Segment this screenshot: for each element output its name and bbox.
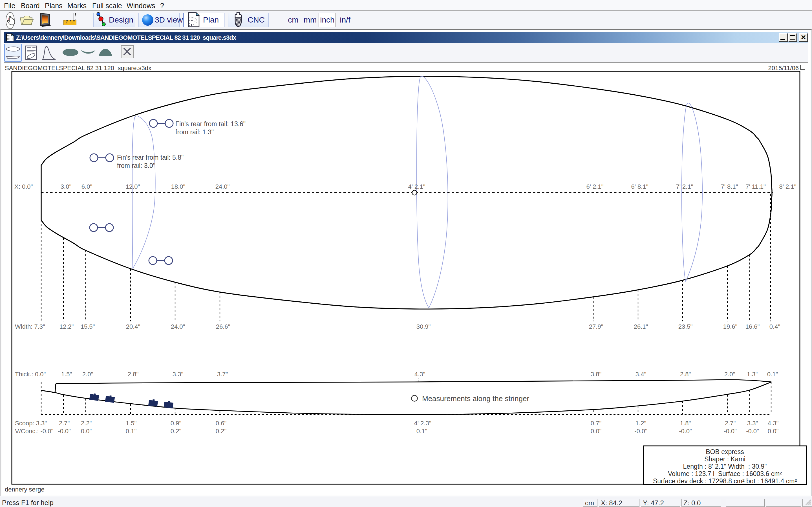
svg-text:12.0": 12.0" [126, 183, 140, 190]
svg-text:-0.0": -0.0" [635, 428, 647, 435]
svg-text:2.7": 2.7" [59, 420, 70, 427]
svg-text:2.2": 2.2" [81, 420, 92, 427]
svg-text:2.8": 2.8" [680, 371, 691, 378]
svg-text:0.0": 0.0" [81, 428, 92, 435]
svg-text:20.4": 20.4" [126, 323, 140, 330]
svg-text:4.3": 4.3" [414, 371, 425, 378]
svg-text:0.1": 0.1" [416, 428, 427, 435]
svg-text:0.1": 0.1" [126, 428, 137, 435]
svg-text:12.2": 12.2" [59, 323, 74, 330]
svg-text:4.3": 4.3" [768, 420, 778, 427]
svg-text:-0.0": -0.0" [679, 428, 692, 435]
svg-text:V/Conc.: -0.0": V/Conc.: -0.0" [15, 428, 53, 435]
svg-text:1.5": 1.5" [126, 420, 137, 427]
svg-text:7' 11.1": 7' 11.1" [746, 183, 766, 190]
svg-text:0.0": 0.0" [768, 428, 778, 435]
svg-text:Length : 8' 2.1" Width : 30.9: Length : 8' 2.1" Width : 30.9" [683, 463, 767, 470]
svg-text:1.3": 1.3" [747, 371, 758, 378]
svg-text:16.6": 16.6" [746, 323, 760, 330]
svg-text:2.7": 2.7" [725, 420, 735, 427]
svg-text:2.0": 2.0" [82, 371, 93, 378]
svg-text:0.2": 0.2" [170, 428, 181, 435]
svg-text:Thick.: 0.0": Thick.: 0.0" [15, 371, 46, 378]
svg-text:0.6": 0.6" [216, 420, 226, 427]
svg-text:6.0": 6.0" [82, 183, 92, 190]
svg-text:-0.0": -0.0" [724, 428, 737, 435]
svg-text:26.1": 26.1" [634, 323, 648, 330]
svg-text:24.0": 24.0" [215, 183, 230, 190]
svg-text:Fin's rear from tail: 5.8": Fin's rear from tail: 5.8" [117, 154, 184, 161]
svg-text:4' 2.1": 4' 2.1" [408, 183, 425, 190]
svg-text:1.2": 1.2" [636, 420, 646, 427]
svg-text:1.5": 1.5" [61, 371, 72, 378]
svg-text:Volume : 123.7 l Surface : 16: Volume : 123.7 l Surface : 16003.6 cm² [668, 470, 782, 477]
svg-text:Surface dev deck : 17298.8 cm²: Surface dev deck : 17298.8 cm² bot : 164… [653, 477, 797, 485]
svg-text:4' 2.3": 4' 2.3" [414, 420, 432, 427]
svg-text:27.9": 27.9" [589, 323, 603, 330]
svg-text:18.0": 18.0" [171, 183, 186, 190]
svg-text:BOB express: BOB express [706, 448, 744, 455]
svg-text:2.8": 2.8" [128, 371, 139, 378]
svg-text:Shaper : Kami: Shaper : Kami [704, 455, 746, 463]
svg-text:2.0": 2.0" [724, 371, 735, 378]
svg-text:0.1": 0.1" [767, 371, 778, 378]
svg-text:0.0": 0.0" [591, 428, 601, 435]
svg-text:0.2": 0.2" [216, 428, 226, 435]
svg-text:30.9": 30.9" [416, 323, 431, 330]
svg-text:3.0": 3.0" [61, 183, 71, 190]
svg-text:3.3": 3.3" [172, 371, 183, 378]
svg-text:23.5": 23.5" [678, 323, 693, 330]
svg-text:24.0": 24.0" [171, 323, 185, 330]
svg-text:2015/11/06: 2015/11/06 [768, 64, 799, 71]
svg-text:-0.0": -0.0" [58, 428, 71, 435]
svg-text:15.5": 15.5" [81, 323, 95, 330]
svg-text:19.6": 19.6" [723, 323, 738, 330]
svg-text:8' 2.1": 8' 2.1" [779, 183, 797, 190]
svg-text:Fin's rear from tail: 13.6": Fin's rear from tail: 13.6" [175, 120, 246, 128]
svg-text:3.4": 3.4" [636, 371, 646, 378]
svg-text:-0.0": -0.0" [746, 428, 759, 435]
svg-text:6' 2.1": 6' 2.1" [587, 183, 604, 190]
svg-text:from rail: 3.0": from rail: 3.0" [117, 162, 155, 169]
svg-text:3.3": 3.3" [747, 420, 758, 427]
svg-text:SANDIEGOMOTELSPECIAL 82 31 120: SANDIEGOMOTELSPECIAL 82 31 120 square.s3… [5, 64, 151, 71]
svg-text:3.8": 3.8" [591, 371, 601, 378]
svg-text:Scoop: 3.3": Scoop: 3.3" [15, 420, 47, 427]
svg-text:26.6": 26.6" [216, 323, 231, 330]
svg-text:1.8": 1.8" [680, 420, 691, 427]
svg-text:7' 2.1": 7' 2.1" [676, 183, 693, 190]
svg-text:X: 0.0": X: 0.0" [14, 183, 33, 190]
svg-text:0.9": 0.9" [170, 420, 181, 427]
svg-text:3.7": 3.7" [217, 371, 228, 378]
svg-text:0.7": 0.7" [591, 420, 601, 427]
svg-text:Width: 7.3": Width: 7.3" [15, 323, 45, 330]
svg-text:Measurements along the stringe: Measurements along the stringer [422, 394, 529, 403]
svg-text:0.4": 0.4" [769, 323, 780, 330]
svg-text:6' 8.1": 6' 8.1" [631, 183, 649, 190]
svg-text:7' 8.1": 7' 8.1" [721, 183, 738, 190]
svg-text:from rail: 1.3": from rail: 1.3" [175, 128, 214, 136]
svg-text:dennery serge: dennery serge [5, 486, 45, 493]
